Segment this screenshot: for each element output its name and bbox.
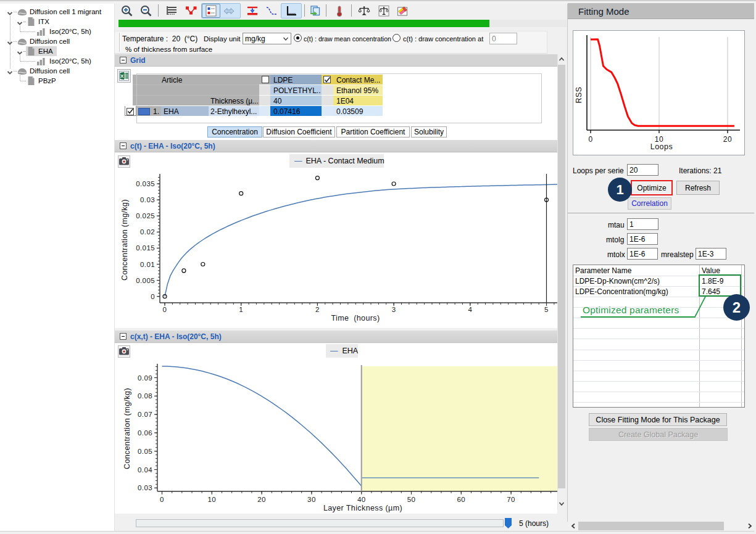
svg-text:0.08: 0.08 [138,392,152,400]
svg-text:0.07: 0.07 [138,411,152,418]
svg-text:20: 20 [723,135,732,144]
svg-text:0.015: 0.015 [136,244,155,252]
svg-text:0: 0 [163,306,167,313]
svg-text:10: 10 [208,496,217,503]
svg-text:40: 40 [357,496,366,503]
svg-text:0.025: 0.025 [136,212,155,220]
svg-text:RSS: RSS [575,86,583,103]
svg-text:3: 3 [392,306,396,313]
svg-text:0.005: 0.005 [136,277,155,284]
svg-text:0.01: 0.01 [140,261,155,268]
svg-text:0.02: 0.02 [140,228,155,236]
svg-text:30: 30 [307,496,316,503]
svg-text:X: X [120,73,124,79]
svg-text:0: 0 [151,293,155,300]
svg-text:0.09: 0.09 [138,374,152,382]
svg-text:0.03: 0.03 [140,196,155,203]
svg-text:Time (hours): Time (hours) [331,314,380,322]
svg-text:0: 0 [160,496,164,503]
svg-text:Layer Thickness (µm): Layer Thickness (µm) [323,504,402,512]
svg-text:0.05: 0.05 [138,448,152,455]
svg-text:Concentration (mg/kg): Concentration (mg/kg) [123,388,131,469]
svg-text:2: 2 [315,306,320,313]
svg-text:Concentration (mg/kg): Concentration (mg/kg) [120,199,129,281]
svg-text:5: 5 [544,306,549,313]
svg-text:0: 0 [588,135,592,144]
svg-text:20: 20 [257,496,266,503]
svg-text:Loops: Loops [650,142,673,151]
svg-text:60: 60 [457,496,466,503]
svg-text:1: 1 [239,306,243,313]
svg-text:0.06: 0.06 [138,429,152,437]
svg-text:0.04: 0.04 [138,466,152,474]
svg-text:70: 70 [507,496,515,503]
svg-text:0.03: 0.03 [138,484,152,491]
svg-text:50: 50 [407,496,416,503]
svg-text:4: 4 [468,306,472,313]
svg-text:0.035: 0.035 [136,180,155,187]
